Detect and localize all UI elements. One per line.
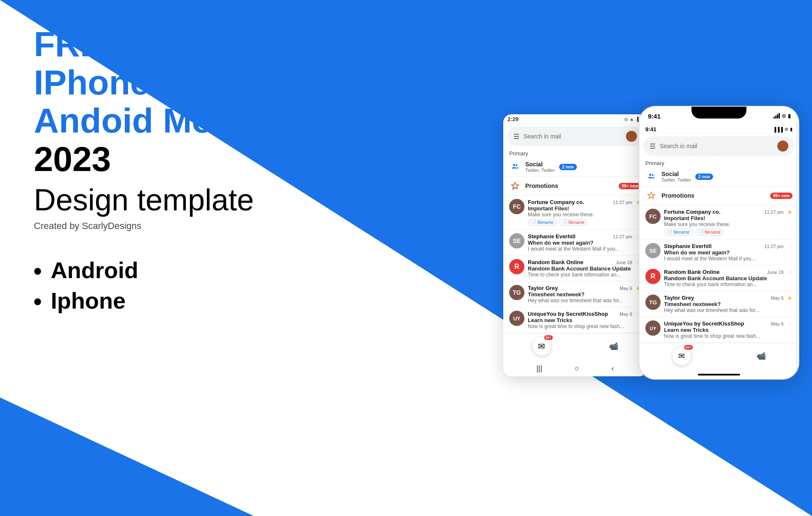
avatar-stephanie: SE bbox=[509, 233, 524, 248]
iphone-search-bar[interactable]: ☰ Search in mail bbox=[644, 136, 794, 156]
iphone-content-taylor: Taylor Grey May 6 Timesheet nextweek? He… bbox=[664, 295, 784, 313]
bar4 bbox=[779, 113, 780, 119]
iphone-avatar[interactable] bbox=[777, 141, 788, 152]
bar1 bbox=[774, 117, 775, 119]
subject-unique: Learn new Tricks bbox=[528, 317, 632, 323]
avatar-unique: UY bbox=[509, 311, 524, 326]
svg-text:TG: TG bbox=[649, 299, 657, 306]
attachments-fortune: 📄 filename 📄 filename bbox=[528, 219, 632, 226]
svg-text:UY: UY bbox=[513, 316, 521, 322]
android-nav-back[interactable]: ‹ bbox=[612, 364, 614, 373]
iphone-email-unique[interactable]: UY UniqueYou by SecretKissShop May 6 Lea… bbox=[639, 317, 798, 343]
subject-taylor: Timesheet nextweek? bbox=[528, 291, 632, 298]
social-category-row[interactable]: Social Twitter, Twitter 2 new bbox=[503, 157, 647, 177]
sender-bank: Random Bank Online bbox=[528, 259, 583, 265]
android-nav-home[interactable]: ○ bbox=[575, 364, 579, 373]
avatar-fortune: FC bbox=[509, 199, 524, 214]
menu-icon[interactable]: ☰ bbox=[513, 132, 519, 141]
iphone-preview-unique: Now is great time to shop great new fash… bbox=[664, 333, 784, 339]
svg-point-0 bbox=[513, 164, 515, 166]
iphone-time-fortune: 11:27 pm bbox=[764, 210, 784, 215]
iphone-social-row[interactable]: Social Twitter, Twitter 2 new bbox=[639, 167, 798, 186]
feature-iphone: Iphone bbox=[51, 287, 364, 314]
iphone-chip-1: 📄 filename bbox=[664, 229, 693, 236]
gps-icon: ◎ bbox=[624, 117, 628, 121]
iphone-time-2: 9:41 bbox=[645, 126, 656, 132]
iphone-compose-fab[interactable]: ✉ 99+ bbox=[672, 347, 691, 365]
camera-icon[interactable]: 📹 bbox=[609, 342, 618, 351]
avatar[interactable] bbox=[626, 131, 637, 142]
android-status-bar: 2:29 ◎ ▲ ▐ ▮ bbox=[503, 114, 647, 124]
email-row-taylor[interactable]: TG Taylor Grey May 6 Timesheet nextweek?… bbox=[503, 281, 647, 307]
iphone: 9:41 ⊛ ▮ 9:41 bbox=[639, 106, 808, 380]
svg-marker-15 bbox=[648, 192, 655, 199]
iphone-content-stephanie: Stephanie Everhill 11:27 pm When do we m… bbox=[664, 243, 784, 262]
iphone-subject-unique: Learn new Tricks bbox=[664, 327, 784, 333]
iphone-search-text: Search in mail bbox=[660, 143, 773, 149]
iphone-camera-icon[interactable]: 📹 bbox=[757, 351, 766, 361]
svg-text:UY: UY bbox=[650, 326, 656, 331]
iphone-primary-label: Primary bbox=[639, 158, 798, 167]
phones-wrapper: 2:29 ◎ ▲ ▐ ▮ ☰ Search in mail Primary bbox=[503, 106, 808, 380]
iphone-subject-taylor: Timesheet nextweek? bbox=[664, 301, 784, 307]
android-time: 2:29 bbox=[508, 116, 518, 122]
iphone-social-sources: Twitter, Twitter bbox=[661, 177, 691, 182]
time-stephanie: 11:27 pm bbox=[613, 234, 632, 239]
iphone-sender-stephanie: Stephanie Everhill bbox=[664, 243, 712, 249]
email-row-bank[interactable]: R Random Bank Online June 19 Random Bank… bbox=[503, 256, 647, 281]
iphone-content-unique: UniqueYou by SecretKissShop May 6 Learn … bbox=[664, 320, 784, 339]
iphone-subject-fortune: Important Files! bbox=[664, 215, 784, 221]
iphone-star-bank[interactable]: ☆ bbox=[787, 269, 793, 276]
time-fortune: 11:27 pm bbox=[613, 200, 632, 205]
sender-taylor: Taylor Grey bbox=[528, 285, 558, 291]
sender-fortune: Fortune Company co. bbox=[528, 199, 584, 205]
iphone-sender-bank: Random Bank Online bbox=[664, 269, 719, 275]
iphone-chip-2: 📄 filename bbox=[695, 229, 724, 236]
compose-fab[interactable]: ✉ 99+ bbox=[532, 337, 551, 356]
iphone-email-bank[interactable]: R Random Bank Online June 19 Random Bank… bbox=[639, 265, 798, 291]
iphone-email-stephanie[interactable]: SE Stephanie Everhill 11:27 pm When do w… bbox=[639, 240, 798, 265]
iphone-star-fortune[interactable]: ★ bbox=[787, 209, 793, 215]
wifi-icon: ▲ bbox=[630, 117, 634, 121]
signal-2: ▐▐▐ bbox=[773, 127, 783, 132]
features-list: Android Iphone bbox=[34, 257, 364, 314]
iphone-time-stephanie: 11:27 pm bbox=[764, 244, 784, 249]
android-nav-lines[interactable]: ||| bbox=[536, 364, 542, 373]
iphone-avatar-bank: R bbox=[645, 269, 661, 284]
iphone-email-taylor[interactable]: TG Taylor Grey May 6 Timesheet nextweek?… bbox=[639, 291, 798, 317]
promotions-name: Promotions bbox=[525, 182, 614, 189]
svg-text:SE: SE bbox=[649, 248, 657, 254]
svg-text:R: R bbox=[650, 273, 656, 280]
preview-taylor: Hey what was our timesheet that was for.… bbox=[528, 298, 632, 304]
battery-2: ▮ bbox=[790, 127, 793, 132]
email-row-unique[interactable]: UY UniqueYou by SecretKissShop May 6 Lea… bbox=[503, 307, 647, 333]
iphone-email-fortune[interactable]: FC Fortune Company co. 11:27 pm Importan… bbox=[639, 205, 798, 240]
email-content-bank: Random Bank Online June 19 Random Bank A… bbox=[528, 259, 632, 278]
wifi-2: ⊜ bbox=[785, 127, 788, 132]
social-sources: Twitter, Twitter bbox=[525, 168, 555, 173]
iphone-gmail-icon: ✉ bbox=[678, 351, 685, 361]
subheadline: Design template bbox=[34, 182, 364, 217]
iphone-subject-stephanie: When do we meet again? bbox=[664, 249, 784, 256]
iphone-promotions-row[interactable]: Promotions 99+ new bbox=[639, 186, 798, 205]
sender-unique: UniqueYou by SecretKissShop bbox=[528, 311, 608, 317]
iphone-star-unique[interactable]: ☆ bbox=[787, 320, 793, 327]
iphone-avatar-stephanie: SE bbox=[645, 243, 661, 258]
social-icon bbox=[509, 161, 521, 173]
iphone-avatar-unique: UY bbox=[645, 320, 661, 336]
battery-icon: ▮ bbox=[788, 113, 791, 119]
iphone-star-stephanie[interactable]: ☆ bbox=[787, 243, 793, 250]
iphone-menu-icon[interactable]: ☰ bbox=[650, 142, 656, 150]
svg-text:FC: FC bbox=[513, 203, 521, 210]
email-row-stephanie[interactable]: SE Stephanie Everhill 11:27 pm When do w… bbox=[503, 230, 647, 256]
svg-text:R: R bbox=[514, 263, 519, 270]
signal-icon: ▐ bbox=[636, 117, 639, 121]
wifi-icon: ⊛ bbox=[782, 113, 786, 119]
iphone-promo-name: Promotions bbox=[661, 192, 766, 199]
iphone-star-taylor[interactable]: ★ bbox=[787, 295, 793, 301]
search-bar[interactable]: ☰ Search in mail bbox=[508, 127, 643, 146]
avatar-taylor: TG bbox=[509, 285, 524, 300]
promotions-category-row[interactable]: Promotions 99+ new bbox=[503, 177, 647, 196]
gmail-icon: ✉ bbox=[538, 341, 545, 351]
email-row-fortune[interactable]: FC Fortune Company co. 11:27 pm Importan… bbox=[503, 196, 647, 230]
